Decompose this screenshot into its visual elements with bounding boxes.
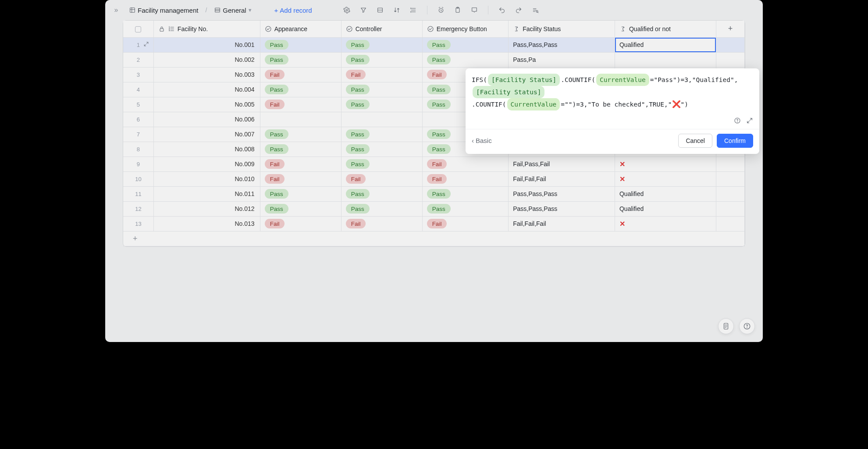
field-token[interactable]: [Facility Status] bbox=[488, 74, 560, 86]
cell-emergency[interactable]: Pass bbox=[422, 186, 509, 201]
table-row[interactable]: 12No.012PassPassPassPass,Pass,PassQualif… bbox=[123, 201, 745, 216]
cell-appearance[interactable]: Fail bbox=[260, 67, 341, 82]
row-index[interactable]: 2 bbox=[123, 52, 153, 67]
cell-facility-no[interactable]: No.005 bbox=[153, 97, 260, 112]
reminder-icon[interactable] bbox=[434, 4, 448, 17]
cell-status[interactable]: Fail,Fail,Fail bbox=[509, 171, 615, 186]
cell-appearance[interactable]: Pass bbox=[260, 52, 341, 67]
row-index[interactable]: 4 bbox=[123, 82, 153, 97]
column-header-qualified[interactable]: Qualified or not bbox=[615, 21, 716, 37]
cell-facility-no[interactable]: No.009 bbox=[153, 157, 260, 171]
cell-emergency[interactable]: Fail bbox=[422, 171, 509, 186]
row-index[interactable]: 1 bbox=[123, 37, 153, 52]
cell-facility-no[interactable]: No.010 bbox=[153, 171, 260, 186]
cell-appearance[interactable]: Fail bbox=[260, 171, 341, 186]
table-row[interactable]: 2No.002PassPassPassPass,Pa bbox=[123, 52, 745, 67]
cell-qualified[interactable]: ✕ bbox=[615, 216, 716, 231]
cell-controller[interactable] bbox=[341, 112, 422, 127]
row-index[interactable]: 6 bbox=[123, 112, 153, 127]
add-record-button[interactable]: + Add record bbox=[271, 7, 316, 14]
cell-status[interactable]: Fail,Fail,Fail bbox=[509, 216, 615, 231]
cell-controller[interactable]: Pass bbox=[341, 82, 422, 97]
column-header-emergency[interactable]: Emergency Button bbox=[422, 21, 509, 37]
expand-record-icon[interactable] bbox=[143, 41, 149, 48]
table-row[interactable]: 11No.011PassPassPassPass,Pass,PassQualif… bbox=[123, 186, 745, 201]
table-row[interactable]: 1No.001PassPassPassPass,Pass,PassQualifi… bbox=[123, 37, 745, 52]
cell-appearance[interactable]: Pass bbox=[260, 82, 341, 97]
row-height-icon[interactable] bbox=[407, 4, 420, 17]
formula-help-icon[interactable] bbox=[734, 117, 741, 125]
column-header-controller[interactable]: Controller bbox=[341, 21, 422, 37]
cell-controller[interactable]: Fail bbox=[341, 67, 422, 82]
row-index[interactable]: 10 bbox=[123, 171, 153, 186]
cell-facility-no[interactable]: No.013 bbox=[153, 216, 260, 231]
row-index[interactable]: 12 bbox=[123, 201, 153, 216]
cell-appearance[interactable] bbox=[260, 112, 341, 127]
cell-controller[interactable]: Pass bbox=[341, 186, 422, 201]
cell-appearance[interactable]: Pass bbox=[260, 142, 341, 157]
basic-mode-link[interactable]: ‹ Basic bbox=[472, 137, 492, 144]
cell-qualified[interactable] bbox=[615, 52, 716, 67]
cell-qualified[interactable]: Qualified bbox=[615, 186, 716, 201]
cell-emergency[interactable]: Pass bbox=[422, 201, 509, 216]
table-row[interactable]: 13No.013FailFailFailFail,Fail,Fail✕ bbox=[123, 216, 745, 231]
cell-controller[interactable]: Pass bbox=[341, 52, 422, 67]
cell-facility-no[interactable]: No.003 bbox=[153, 67, 260, 82]
cell-facility-no[interactable]: No.012 bbox=[153, 201, 260, 216]
table-row[interactable]: 9No.009FailPassFailFail,Pass,Fail✕ bbox=[123, 157, 745, 171]
column-header-status[interactable]: Facility Status bbox=[509, 21, 615, 37]
row-index[interactable]: 7 bbox=[123, 127, 153, 142]
cell-qualified[interactable]: Qualified bbox=[615, 37, 716, 52]
row-index[interactable]: 11 bbox=[123, 186, 153, 201]
search-icon[interactable] bbox=[529, 4, 542, 17]
row-index[interactable]: 3 bbox=[123, 67, 153, 82]
cell-controller[interactable]: Pass bbox=[341, 97, 422, 112]
cell-facility-no[interactable]: No.004 bbox=[153, 82, 260, 97]
confirm-button[interactable]: Confirm bbox=[717, 134, 753, 148]
cell-controller[interactable]: Fail bbox=[341, 171, 422, 186]
cell-controller[interactable]: Pass bbox=[341, 127, 422, 142]
sort-icon[interactable] bbox=[390, 4, 403, 17]
filter-icon[interactable] bbox=[357, 4, 370, 17]
cell-status[interactable]: Pass,Pass,Pass bbox=[509, 186, 615, 201]
cell-appearance[interactable]: Fail bbox=[260, 97, 341, 112]
cell-status[interactable]: Fail,Pass,Fail bbox=[509, 157, 615, 171]
redo-icon[interactable] bbox=[512, 4, 525, 17]
column-header-facility-no[interactable]: 123 Facility No. bbox=[153, 21, 260, 37]
cell-controller[interactable]: Pass bbox=[341, 142, 422, 157]
header-checkbox[interactable] bbox=[123, 21, 153, 37]
cell-qualified[interactable]: ✕ bbox=[615, 157, 716, 171]
formula-input[interactable]: IFS([Facility Status].COUNTIF(CurrentVal… bbox=[466, 68, 759, 114]
cell-controller[interactable]: Fail bbox=[341, 216, 422, 231]
row-index[interactable]: 5 bbox=[123, 97, 153, 112]
cell-facility-no[interactable]: No.001 bbox=[153, 37, 260, 52]
row-index[interactable]: 9 bbox=[123, 157, 153, 171]
table-row[interactable]: 10No.010FailFailFailFail,Fail,Fail✕ bbox=[123, 171, 745, 186]
cell-facility-no[interactable]: No.002 bbox=[153, 52, 260, 67]
cell-qualified[interactable]: Qualified bbox=[615, 201, 716, 216]
cell-controller[interactable]: Pass bbox=[341, 157, 422, 171]
cell-appearance[interactable]: Fail bbox=[260, 157, 341, 171]
cell-appearance[interactable]: Pass bbox=[260, 37, 341, 52]
cell-appearance[interactable]: Fail bbox=[260, 216, 341, 231]
view-selector[interactable]: General ▼ bbox=[211, 4, 255, 17]
column-header-appearance[interactable]: Appearance bbox=[260, 21, 341, 37]
cell-facility-no[interactable]: No.007 bbox=[153, 127, 260, 142]
formula-expand-icon[interactable] bbox=[746, 117, 753, 125]
cell-status[interactable]: Pass,Pass,Pass bbox=[509, 37, 615, 52]
settings-icon[interactable] bbox=[340, 4, 353, 17]
row-index[interactable]: 13 bbox=[123, 216, 153, 231]
cell-facility-no[interactable]: No.008 bbox=[153, 142, 260, 157]
cell-facility-no[interactable]: No.006 bbox=[153, 112, 260, 127]
cell-status[interactable]: Pass,Pa bbox=[509, 52, 615, 67]
group-icon[interactable] bbox=[374, 4, 387, 17]
doc-button[interactable] bbox=[718, 318, 734, 334]
cell-appearance[interactable]: Pass bbox=[260, 201, 341, 216]
current-value-token[interactable]: CurrentValue bbox=[507, 98, 560, 110]
cell-appearance[interactable]: Pass bbox=[260, 127, 341, 142]
help-button[interactable] bbox=[739, 318, 755, 334]
cell-emergency[interactable]: Fail bbox=[422, 157, 509, 171]
expand-sidebar-button[interactable]: » bbox=[110, 4, 123, 17]
cell-controller[interactable]: Pass bbox=[341, 201, 422, 216]
current-value-token[interactable]: CurrentValue bbox=[596, 74, 649, 86]
